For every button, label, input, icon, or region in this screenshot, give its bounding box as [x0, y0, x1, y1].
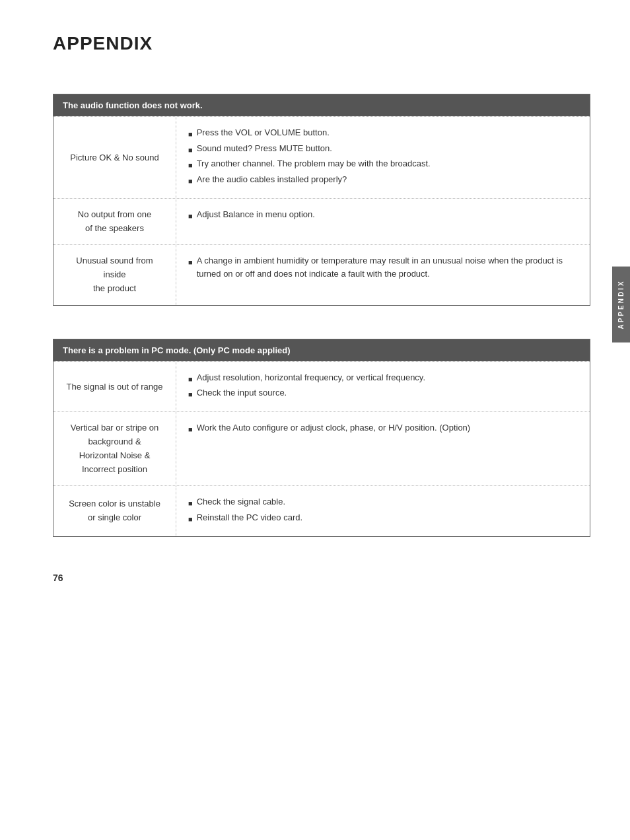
- bullet-icon: ■: [188, 256, 193, 269]
- bullet-icon: ■: [188, 175, 193, 188]
- audio-section-table: The audio function does not work. Pictur…: [53, 94, 590, 306]
- row-content-signal-range: ■ Adjust resolution, horizontal frequenc…: [176, 362, 590, 411]
- row-content-screen-color: ■ Check the signal cable. ■ Reinstall th…: [176, 486, 590, 536]
- list-item: ■ A change in ambient humidity or temper…: [188, 254, 578, 280]
- bullet-icon: ■: [188, 128, 193, 141]
- row-content-no-output: ■ Adjust Balance in menu option.: [176, 199, 590, 245]
- row-label-no-output: No output from one of the speakers: [53, 199, 176, 245]
- bullet-icon: ■: [188, 159, 193, 172]
- page-number: 76: [53, 573, 63, 583]
- table-row: The signal is out of range ■ Adjust reso…: [53, 361, 590, 411]
- row-content-vertical-bar: ■ Work the Auto configure or adjust cloc…: [176, 412, 590, 485]
- list-item: ■ Are the audio cables installed properl…: [188, 173, 578, 188]
- bullet-icon: ■: [188, 373, 193, 386]
- list-item: ■ Try another channel. The problem may b…: [188, 157, 578, 172]
- bullet-icon: ■: [188, 423, 193, 436]
- page-container: APPENDIX The audio function does not wor…: [0, 0, 630, 610]
- row-label-picture-ok: Picture OK & No sound: [53, 117, 176, 198]
- row-label-screen-color: Screen color is unstable or single color: [53, 486, 176, 536]
- sidebar-appendix-label: APPENDIX: [612, 267, 630, 343]
- list-item: ■ Reinstall the PC video card.: [188, 511, 578, 526]
- bullet-icon: ■: [188, 497, 193, 510]
- list-item: ■ Sound muted? Press MUTE button.: [188, 142, 578, 157]
- table-row: Vertical bar or stripe on background & H…: [53, 411, 590, 485]
- list-item: ■ Adjust resolution, horizontal frequenc…: [188, 371, 578, 386]
- bullet-icon: ■: [188, 210, 193, 223]
- row-label-signal-range: The signal is out of range: [53, 362, 176, 411]
- row-label-vertical-bar: Vertical bar or stripe on background & H…: [53, 412, 176, 485]
- bullet-icon: ■: [188, 513, 193, 526]
- pc-section-header: There is a problem in PC mode. (Only PC …: [53, 339, 590, 361]
- table-row: Picture OK & No sound ■ Press the VOL or…: [53, 116, 590, 198]
- audio-section-header: The audio function does not work.: [53, 94, 590, 116]
- list-item: ■ Press the VOL or VOLUME button.: [188, 126, 578, 141]
- table-row: No output from one of the speakers ■ Adj…: [53, 198, 590, 245]
- list-item: ■ Work the Auto configure or adjust cloc…: [188, 421, 578, 436]
- bullet-icon: ■: [188, 144, 193, 157]
- row-label-unusual-sound: Unusual sound from inside the product: [53, 245, 176, 304]
- pc-section-table: There is a problem in PC mode. (Only PC …: [53, 339, 590, 537]
- list-item: ■ Check the input source.: [188, 386, 578, 401]
- row-content-unusual-sound: ■ A change in ambient humidity or temper…: [176, 245, 590, 304]
- list-item: ■ Adjust Balance in menu option.: [188, 208, 578, 223]
- table-row: Unusual sound from inside the product ■ …: [53, 244, 590, 304]
- row-content-picture-ok: ■ Press the VOL or VOLUME button. ■ Soun…: [176, 117, 590, 198]
- table-row: Screen color is unstable or single color…: [53, 485, 590, 536]
- bullet-icon: ■: [188, 388, 193, 401]
- list-item: ■ Check the signal cable.: [188, 495, 578, 510]
- page-title: APPENDIX: [53, 33, 590, 54]
